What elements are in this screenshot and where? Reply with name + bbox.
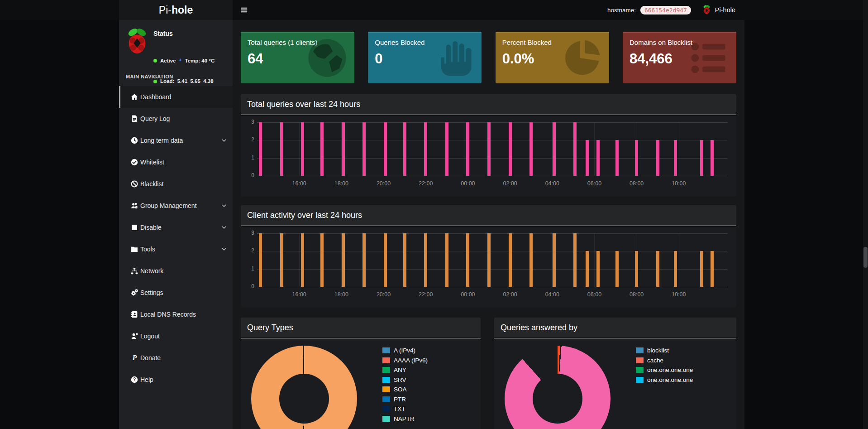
query-bar [342,233,345,287]
legend-item-any[interactable]: ANY [382,365,428,375]
query-bar [529,233,533,287]
clock-icon [130,136,138,145]
x-axis-tick-label: 22:00 [419,180,433,187]
sidebar-item-settings[interactable]: Settings [119,282,233,304]
chevron-down-icon [221,224,227,231]
legend-item-aaaa-ipv6-[interactable]: AAAA (IPv6) [382,356,428,366]
legend-item-one-one-one-one[interactable]: one.one.one.one [636,365,693,375]
sidebar-item-tools[interactable]: Tools [119,238,233,260]
card-value: 0 [375,51,382,67]
legend-item-naptr[interactable]: NAPTR [382,414,428,424]
legend-item-a-ipv4-[interactable]: A (IPv4) [382,346,428,356]
x-gridline [594,233,595,287]
stop-square-icon [130,223,138,231]
query-bar [424,122,427,176]
legend-item-blocklist[interactable]: blocklist [636,346,693,356]
page-scrollbar[interactable] [863,0,868,429]
legend-swatch [636,357,644,363]
sidebar-item-group-management[interactable]: Group Management [119,195,233,217]
y-gridline [257,176,727,176]
x-axis-tick-label: 08:00 [630,180,644,187]
sidebar-item-disable[interactable]: Disable [119,217,233,238]
legend-swatch [382,367,390,373]
pihole-dashboard: Pi-hole hostname: 666154e2d947 Pi-hole S… [0,0,868,429]
panel-header: Total queries over last 24 hours [241,94,736,115]
x-axis-tick-label: 02:00 [503,291,517,298]
query-bar [280,122,283,176]
queries-answered-donut-chart[interactable] [505,346,610,429]
card-title: Percent Blocked [502,39,552,46]
panel-title: Total queries over last 24 hours [241,94,736,115]
sidebar-item-label: Group Management [140,195,197,217]
summary-card-percent-blocked: Percent Blocked0.0% [496,32,609,83]
query-bar [529,122,533,176]
card-title: Queries Blocked [375,39,424,46]
sidebar-item-local-dns-records[interactable]: Local DNS Records [119,304,233,325]
query-bar [362,233,366,287]
legend-label: PTR [394,396,406,403]
sidebar-toggle-button[interactable] [240,6,248,14]
sidebar-item-logout[interactable]: Logout [119,325,233,347]
sidebar-item-whitelist[interactable]: Whitelist [119,151,233,173]
x-axis-tick-label: 04:00 [545,180,559,187]
sidebar-item-help[interactable]: Help [119,369,233,390]
question-circle-icon [130,376,138,384]
query-bar [320,122,324,176]
legend-label: one.one.one.one [647,366,693,373]
status-temp-label: Temp: 40 °C [185,58,215,64]
query-bar [586,251,589,287]
panel-header: Queries answered by [494,318,736,338]
legend-item-txt[interactable]: TXT [382,404,428,414]
query-bar [466,233,469,287]
hostname-label: hostname: [607,7,636,14]
legend-swatch [382,377,390,383]
sidebar-item-blacklist[interactable]: Blacklist [119,173,233,195]
content-area: Total queries (1 clients)64Queries Block… [233,20,744,429]
client-activity-panel: Client activity over last 24 hours 16:00… [241,205,736,308]
legend-item-soa[interactable]: SOA [382,385,428,395]
summary-card-total-queries-1-clients-: Total queries (1 clients)64 [241,32,354,83]
query-bar [280,233,283,287]
sidebar-item-label: Local DNS Records [140,304,196,325]
sidebar-item-long-term-data[interactable]: Long term data [119,130,233,151]
queries-answered-legend: blocklistcacheone.one.one.oneone.one.one… [636,346,693,385]
query-bar [445,233,448,287]
legend-swatch [382,406,390,412]
legend-item-cache[interactable]: cache [636,356,693,366]
sidebar-item-query-log[interactable]: Query Log [119,108,233,130]
legend-label: NAPTR [394,415,415,422]
total-queries-chart[interactable]: 16:0018:0020:0022:0000:0002:0004:0006:00… [257,122,727,176]
chevron-down-icon [221,246,227,252]
query-bar [596,251,600,287]
y-gridline [257,233,727,234]
x-axis-tick-label: 16:00 [292,291,306,298]
query-bar [384,122,387,176]
query-bar [509,233,512,287]
total-queries-panel: Total queries over last 24 hours 16:0018… [241,94,736,197]
y-axis-tick-label: 2 [242,136,254,143]
x-axis-tick-label: 08:00 [630,291,644,298]
x-gridline [594,122,595,176]
scrollbar-thumb[interactable] [863,247,868,268]
legend-item-srv[interactable]: SRV [382,375,428,385]
query-types-donut-chart[interactable] [251,346,357,429]
client-activity-chart[interactable]: 16:0018:0020:0022:0000:0002:0004:0006:00… [257,233,727,287]
query-bar [466,122,469,176]
sidebar-item-label: Help [140,369,153,390]
sidebar-item-label: Long term data [140,130,183,151]
sidebar-item-dashboard[interactable]: Dashboard [119,86,233,108]
legend-item-ptr[interactable]: PTR [382,395,428,405]
status-dot-icon [153,59,157,63]
x-axis-tick-label: 10:00 [672,180,686,187]
legend-label: SRV [394,376,406,383]
query-bar [573,233,577,287]
panel-title: Queries answered by [494,318,736,338]
legend-item-one-one-one-one[interactable]: one.one.one.one [636,375,693,385]
query-bar [700,251,703,287]
sidebar-item-network[interactable]: Network [119,260,233,282]
legend-swatch [382,347,390,353]
sidebar-item-donate[interactable]: Donate [119,347,233,369]
query-bar [656,140,659,176]
x-axis-tick-label: 10:00 [672,291,686,298]
list-icon [687,35,732,81]
